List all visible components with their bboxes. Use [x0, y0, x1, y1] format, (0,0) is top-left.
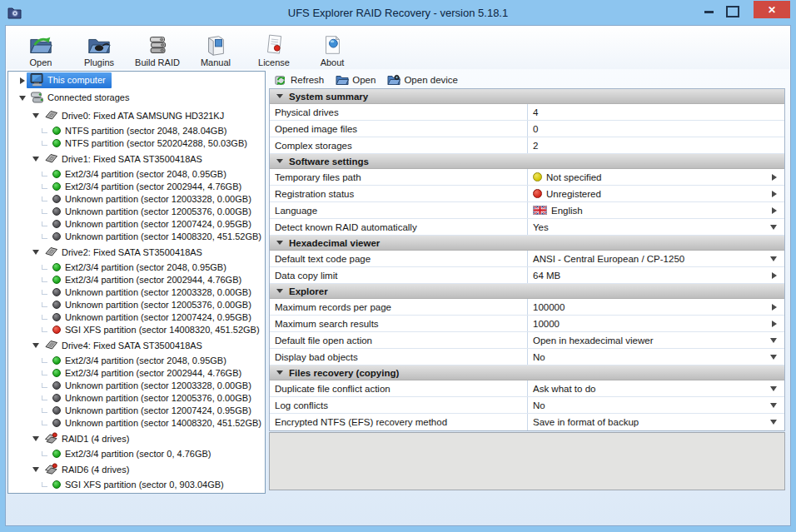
property-row-duplicate-file-conflict-action[interactable]: Duplicate file conflict actionAsk what t… — [270, 380, 784, 397]
section-header-files-recovery-copying-[interactable]: Files recovery (copying) — [270, 365, 784, 380]
section-header-hexadecimal-viewer[interactable]: Hexadecimal viewer — [270, 236, 784, 251]
property-value[interactable]: Yes — [528, 219, 784, 235]
property-value[interactable]: Open in hexadecimal viewer — [528, 332, 784, 348]
right-toolbar-button-open-device[interactable]: Open device — [387, 74, 458, 86]
property-row-language[interactable]: LanguageEnglish — [270, 202, 784, 219]
tree-item[interactable]: Connected storages — [8, 89, 265, 107]
tree-item[interactable]: Unknown partition (sector 12007424, 0.95… — [8, 311, 265, 324]
tree-item[interactable]: Unknown partition (sector 12003328, 0.00… — [8, 193, 265, 206]
tree-item[interactable]: Drive2: Fixed SATA ST3500418AS — [8, 246, 265, 259]
property-value[interactable]: 0 — [528, 121, 784, 137]
chevron-down-icon[interactable] — [18, 96, 27, 101]
section-header-system-summary[interactable]: System summary — [270, 89, 784, 104]
property-value[interactable]: 2 — [528, 137, 784, 153]
tree-item[interactable]: RAID1 (4 drives) — [8, 432, 265, 445]
section-header-explorer[interactable]: Explorer — [270, 284, 784, 299]
tree-item[interactable]: NTFS partition (sector 2048, 248.04GB) — [8, 125, 265, 137]
tree-item[interactable]: Ext2/3/4 partition (sector 2048, 0.95GB) — [8, 261, 265, 274]
maximize-button[interactable] — [726, 6, 739, 17]
section-collapse-icon[interactable] — [276, 370, 283, 375]
toolbar-button-open[interactable]: Open — [14, 26, 67, 67]
tree-item[interactable]: Unknown partition (sector 12003328, 0.00… — [8, 380, 265, 392]
tree-item[interactable]: Unknown partition (sector 12005376, 0.00… — [8, 299, 265, 311]
property-value[interactable]: Ask what to do — [528, 380, 784, 396]
property-row-maximum-records-per-page[interactable]: Maximum records per page100000 — [270, 299, 784, 316]
property-row-encrypted-ntfs-efs-recovery-method[interactable]: Encrypted NTFS (EFS) recovery methodSave… — [270, 414, 784, 430]
dropdown-arrow-icon[interactable] — [770, 403, 777, 408]
expand-arrow-icon[interactable] — [772, 191, 777, 197]
tree-item[interactable]: RAID6 (4 drives) — [8, 463, 265, 476]
close-button[interactable]: ✕ — [754, 1, 790, 18]
tree-item[interactable]: Unknown partition (sector 12007424, 0.95… — [8, 218, 265, 231]
property-row-opened-image-files[interactable]: Opened image files0 — [270, 121, 784, 137]
toolbar-button-manual[interactable]: Manual — [189, 26, 242, 67]
property-row-default-text-code-page[interactable]: Default text code pageANSI - Central Eur… — [270, 251, 784, 267]
tree-item[interactable]: Ext2/3/4 partition (sector 2002944, 4.76… — [8, 181, 265, 193]
chevron-down-icon[interactable] — [32, 250, 40, 255]
expand-arrow-icon[interactable] — [772, 304, 777, 311]
property-row-log-conflicts[interactable]: Log conflictsNo — [270, 397, 784, 414]
dropdown-arrow-icon[interactable] — [770, 355, 777, 360]
property-row-maximum-search-results[interactable]: Maximum search results10000 — [270, 316, 784, 332]
dropdown-arrow-icon[interactable] — [770, 420, 777, 425]
chevron-down-icon[interactable] — [32, 157, 40, 162]
section-collapse-icon[interactable] — [276, 159, 283, 163]
chevron-right-icon[interactable] — [18, 77, 27, 84]
dropdown-arrow-icon[interactable] — [770, 338, 777, 343]
property-value[interactable]: No — [528, 397, 784, 413]
property-value[interactable]: 4 — [528, 104, 784, 120]
dropdown-arrow-icon[interactable] — [770, 386, 777, 391]
tree-item[interactable]: Ext2/3/4 partition (sector 2002944, 4.76… — [8, 367, 265, 380]
tree-item[interactable]: Unknown partition (sector 12007424, 0.95… — [8, 405, 265, 417]
dropdown-arrow-icon[interactable] — [770, 225, 777, 230]
toolbar-button-build-raid[interactable]: Build RAID — [131, 26, 184, 67]
property-value[interactable]: Save in format of backup — [528, 414, 784, 430]
section-collapse-icon[interactable] — [276, 241, 283, 245]
expand-arrow-icon[interactable] — [772, 207, 777, 214]
tree-item[interactable]: Ext2/3/4 partition (sector 2048, 0.95GB) — [8, 355, 265, 367]
tree-item[interactable]: Drive1: Fixed SATA ST3500418AS — [8, 152, 265, 166]
title-bar[interactable]: UFS Explorer RAID Recovery - version 5.1… — [0, 0, 796, 25]
tree-item[interactable]: NTFS partition (sector 520204288, 50.03G… — [8, 137, 265, 150]
property-row-data-copy-limit[interactable]: Data copy limit64 MB — [270, 267, 784, 284]
expand-arrow-icon[interactable] — [772, 321, 777, 327]
section-collapse-icon[interactable] — [276, 289, 283, 293]
tree-item[interactable]: Drive0: Fixed ATA SAMSUNG HD321KJ — [8, 109, 265, 122]
tree-item[interactable]: SGI XFS partition (sector 14008320, 451.… — [8, 324, 265, 336]
property-value[interactable]: Unregistered — [528, 186, 784, 201]
right-toolbar-button-refresh[interactable]: Refresh — [275, 73, 324, 86]
toolbar-button-plugins[interactable]: Plugins — [72, 26, 126, 67]
chevron-down-icon[interactable] — [32, 467, 40, 472]
property-row-complex-storages[interactable]: Complex storages2 — [270, 137, 784, 154]
toolbar-button-license[interactable]: License — [247, 26, 301, 67]
expand-arrow-icon[interactable] — [772, 174, 777, 181]
tree-item[interactable]: Ext2/3/4 partition (sector 0, 4.76GB) — [8, 448, 265, 460]
tree-item[interactable]: Unknown partition (sector 12005376, 0.00… — [8, 392, 265, 405]
tree-item[interactable]: Unknown partition (sector 12003328, 0.00… — [8, 286, 265, 299]
property-value[interactable]: 64 MB — [528, 267, 784, 283]
minimize-button[interactable] — [704, 11, 714, 13]
chevron-down-icon[interactable] — [32, 113, 40, 118]
property-value[interactable]: Not specified — [528, 169, 784, 185]
property-value[interactable]: ANSI - Central European / CP-1250 — [528, 251, 784, 266]
tree-item[interactable]: SGI XFS partition (sector 0, 903.04GB) — [8, 479, 265, 491]
tree-item[interactable]: This computer — [8, 72, 265, 89]
property-row-temporary-files-path[interactable]: Temporary files pathNot specified — [270, 169, 784, 186]
chevron-down-icon[interactable] — [32, 436, 40, 441]
right-toolbar-button-open[interactable]: Open — [336, 74, 376, 86]
tree-item[interactable]: Unknown partition (sector 14008320, 451.… — [8, 417, 265, 430]
property-row-registration-status[interactable]: Registration statusUnregistered — [270, 186, 784, 202]
tree-item[interactable]: Unknown partition (sector 12005376, 0.00… — [8, 206, 265, 218]
property-value[interactable]: 100000 — [528, 299, 784, 315]
property-row-physical-drives[interactable]: Physical drives4 — [270, 104, 784, 121]
property-row-detect-known-raid-automatically[interactable]: Detect known RAID automaticallyYes — [270, 219, 784, 236]
chevron-down-icon[interactable] — [32, 343, 40, 348]
dropdown-arrow-icon[interactable] — [770, 256, 777, 261]
section-header-software-settings[interactable]: Software settings — [270, 154, 784, 169]
property-value[interactable]: English — [528, 202, 784, 218]
property-value[interactable]: No — [528, 349, 784, 365]
property-value[interactable]: 10000 — [528, 316, 784, 331]
toolbar-button-about[interactable]: About — [306, 26, 359, 67]
property-row-display-bad-objects[interactable]: Display bad objectsNo — [270, 349, 784, 365]
tree-item[interactable]: Ext2/3/4 partition (sector 2002944, 4.76… — [8, 274, 265, 286]
